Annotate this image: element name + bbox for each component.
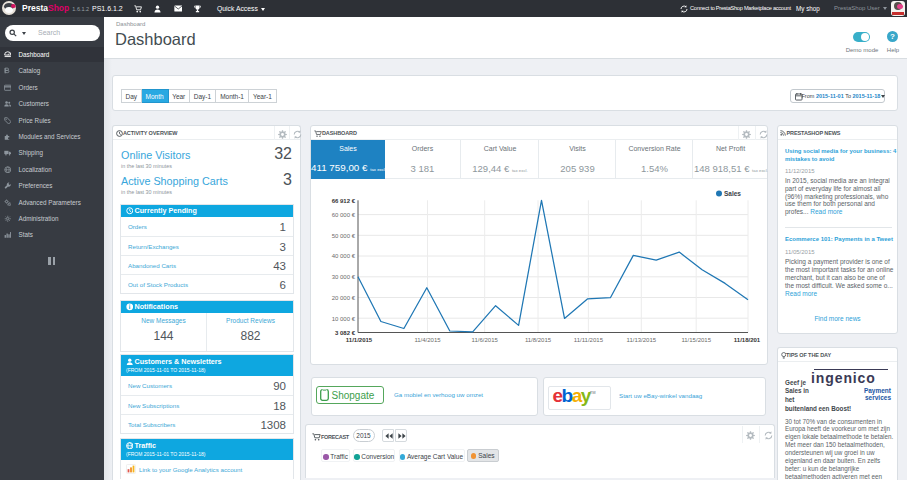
svg-text:11/15/2015: 11/15/2015 bbox=[681, 337, 711, 343]
svg-text:50 000 €: 50 000 € bbox=[332, 233, 356, 239]
svg-text:11/1/2015: 11/1/2015 bbox=[346, 337, 373, 343]
svg-text:11/11/2015: 11/11/2015 bbox=[574, 337, 604, 343]
svg-text:20 000 €: 20 000 € bbox=[332, 295, 356, 301]
svg-text:66 912 €: 66 912 € bbox=[332, 198, 356, 204]
svg-text:11/6/2015: 11/6/2015 bbox=[472, 337, 499, 343]
svg-text:10 000 €: 10 000 € bbox=[332, 316, 356, 322]
svg-text:11/8/2015: 11/8/2015 bbox=[525, 337, 552, 343]
svg-text:11/18/201: 11/18/201 bbox=[734, 337, 761, 343]
svg-text:3 082 €: 3 082 € bbox=[335, 330, 356, 336]
svg-text:30 000 €: 30 000 € bbox=[332, 274, 356, 280]
svg-text:11/13/2015: 11/13/2015 bbox=[627, 337, 657, 343]
svg-text:60 000 €: 60 000 € bbox=[332, 212, 356, 218]
svg-text:40 000 €: 40 000 € bbox=[332, 253, 356, 259]
svg-text:11/4/2015: 11/4/2015 bbox=[414, 337, 441, 343]
svg-text:Sales: Sales bbox=[724, 190, 741, 197]
